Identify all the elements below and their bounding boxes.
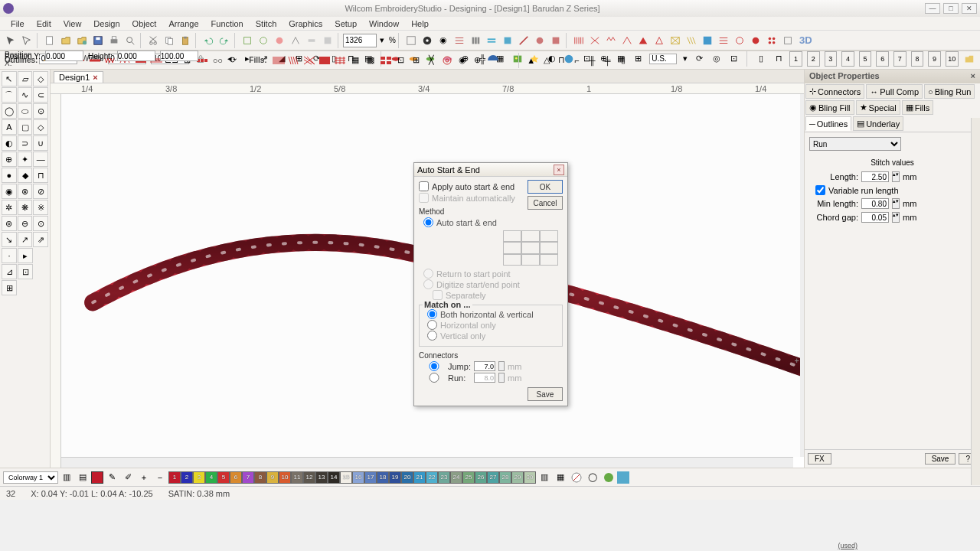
- lt-i-icon[interactable]: ◐: [2, 135, 17, 151]
- save-icon[interactable]: [90, 33, 106, 48]
- jump-spinner[interactable]: [498, 361, 505, 371]
- menu-edit[interactable]: Edit: [31, 18, 57, 29]
- lt-e-icon[interactable]: ⬭: [18, 103, 33, 119]
- color-swatch-12[interactable]: 12: [303, 471, 315, 484]
- fill-c-icon[interactable]: [603, 33, 619, 48]
- tool-c-icon[interactable]: [272, 33, 287, 48]
- lt-o-icon[interactable]: ●: [2, 168, 17, 183]
- menu-file[interactable]: File: [5, 18, 31, 29]
- lt-k-icon[interactable]: ∪: [33, 135, 48, 151]
- lt-text-icon[interactable]: A: [2, 119, 17, 135]
- tool-l-icon[interactable]: [500, 33, 515, 48]
- fill-i-icon[interactable]: [700, 33, 715, 48]
- fl-10-icon[interactable]: ⊞: [410, 54, 423, 67]
- color-swatch-13[interactable]: 13: [315, 471, 328, 484]
- zoom-dropdown-icon[interactable]: ▾: [377, 33, 387, 48]
- tab-blingfill[interactable]: ◉Bling Fill: [805, 100, 854, 115]
- fl-1-icon[interactable]: [272, 54, 286, 67]
- fill-m-icon[interactable]: [764, 33, 779, 48]
- cb-e-icon[interactable]: ◯: [585, 470, 600, 485]
- run-input[interactable]: [474, 373, 495, 383]
- lt-dd-icon[interactable]: ·: [2, 248, 17, 263]
- cb-minus-icon[interactable]: −: [152, 470, 168, 485]
- recent-icon[interactable]: [74, 33, 90, 48]
- fl-tri1-icon[interactable]: ▲: [524, 54, 538, 67]
- color-swatch-16[interactable]: 16: [352, 471, 364, 484]
- lt-f-icon[interactable]: ⊙: [33, 103, 48, 119]
- color-swatch-4[interactable]: 4: [205, 471, 217, 484]
- lt-p-icon[interactable]: ◆: [18, 168, 33, 183]
- color-swatch-14[interactable]: 14: [328, 471, 340, 484]
- color-swatch-8[interactable]: 8: [254, 471, 266, 484]
- lt-b-icon[interactable]: ∿: [18, 87, 33, 103]
- lt-l-icon[interactable]: ⊕: [2, 152, 17, 167]
- panel-close-icon[interactable]: ×: [971, 71, 975, 82]
- fl-17-icon[interactable]: ⌐: [570, 54, 584, 67]
- frame-10-icon[interactable]: 10: [946, 51, 959, 67]
- lt-y-icon[interactable]: ⊖: [18, 216, 33, 231]
- lt-node-icon[interactable]: ▱: [18, 71, 33, 86]
- fill-n-icon[interactable]: [780, 33, 795, 48]
- menu-design[interactable]: Design: [87, 18, 126, 29]
- menu-graphics[interactable]: Graphics: [283, 18, 328, 29]
- autose-radio[interactable]: [423, 217, 433, 227]
- color-swatch-3[interactable]: 3: [193, 471, 205, 484]
- lt-m-icon[interactable]: ✦: [18, 152, 33, 167]
- right-strip[interactable]: [971, 118, 980, 485]
- machine-select[interactable]: [649, 54, 677, 64]
- tool-j-icon[interactable]: [468, 33, 483, 48]
- lt-s-icon[interactable]: ⊗: [18, 184, 33, 199]
- zoom-input[interactable]: [343, 34, 377, 47]
- color-swatch-1[interactable]: 1: [168, 471, 181, 484]
- cb-globe-icon[interactable]: [601, 470, 616, 485]
- tab-pullcomp[interactable]: ↔Pull Comp: [866, 84, 923, 99]
- minlen-input[interactable]: [861, 198, 889, 209]
- lt-v-icon[interactable]: ❋: [18, 200, 33, 215]
- lt-x-icon[interactable]: ⊚: [2, 216, 17, 231]
- menu-help[interactable]: Help: [405, 18, 435, 29]
- tb2-q-icon[interactable]: ⊡: [727, 51, 740, 67]
- menu-function[interactable]: Function: [205, 18, 250, 29]
- frame-4-icon[interactable]: 4: [841, 51, 854, 67]
- fl-6-icon[interactable]: ▦: [348, 54, 362, 67]
- fill-k-icon[interactable]: [732, 33, 747, 48]
- dialog-save-button[interactable]: Save: [528, 387, 563, 401]
- ol-refresh-icon[interactable]: ⟳: [226, 54, 240, 67]
- menu-setup[interactable]: Setup: [328, 18, 363, 29]
- lt-gg-icon[interactable]: ⊡: [18, 264, 33, 279]
- jump-radio[interactable]: [423, 361, 445, 371]
- minimize-button[interactable]: —: [925, 3, 940, 14]
- panel-save-button[interactable]: Save: [925, 453, 956, 465]
- tool-m-icon[interactable]: [516, 33, 531, 48]
- cb-a-icon[interactable]: ▥: [59, 470, 74, 485]
- lt-w-icon[interactable]: ※: [33, 200, 48, 215]
- fl-3-icon[interactable]: [302, 54, 316, 67]
- bothhv-radio[interactable]: [427, 309, 437, 319]
- color-swatch-23[interactable]: 23: [438, 471, 450, 484]
- fill-j-icon[interactable]: [716, 33, 731, 48]
- tab-underlay[interactable]: ▤Underlay: [853, 116, 903, 131]
- color-swatch-9[interactable]: 9: [266, 471, 279, 484]
- fl-13-icon[interactable]: ◉: [456, 54, 469, 67]
- color-swatch-11[interactable]: 11: [291, 471, 303, 484]
- cb-d-icon[interactable]: ▦: [553, 470, 568, 485]
- menu-arrange[interactable]: Arrange: [162, 18, 204, 29]
- redo-icon[interactable]: [217, 33, 232, 48]
- lt-shape-icon[interactable]: ◇: [33, 71, 48, 86]
- tab-blingrun[interactable]: ○Bling Run: [924, 84, 975, 99]
- pointer-icon[interactable]: [3, 33, 18, 48]
- preview-icon[interactable]: [122, 33, 138, 48]
- fill-g-icon[interactable]: [668, 33, 683, 48]
- color-swatch-2[interactable]: 2: [181, 471, 193, 484]
- cb-plus-icon[interactable]: +: [136, 470, 152, 485]
- color-swatch-6[interactable]: 6: [230, 471, 242, 484]
- ol-12-icon[interactable]: ○○: [211, 54, 224, 67]
- tool-k-icon[interactable]: [484, 33, 499, 48]
- horiz-radio[interactable]: [427, 320, 437, 330]
- lt-bb-icon[interactable]: ↗: [18, 232, 33, 247]
- lt-c-icon[interactable]: ⊂: [33, 87, 48, 103]
- lt-t-icon[interactable]: ⊘: [33, 184, 48, 199]
- view-3d[interactable]: 3D: [799, 34, 812, 46]
- lt-cc-icon[interactable]: ⇗: [33, 232, 48, 247]
- chord-input[interactable]: [861, 212, 889, 223]
